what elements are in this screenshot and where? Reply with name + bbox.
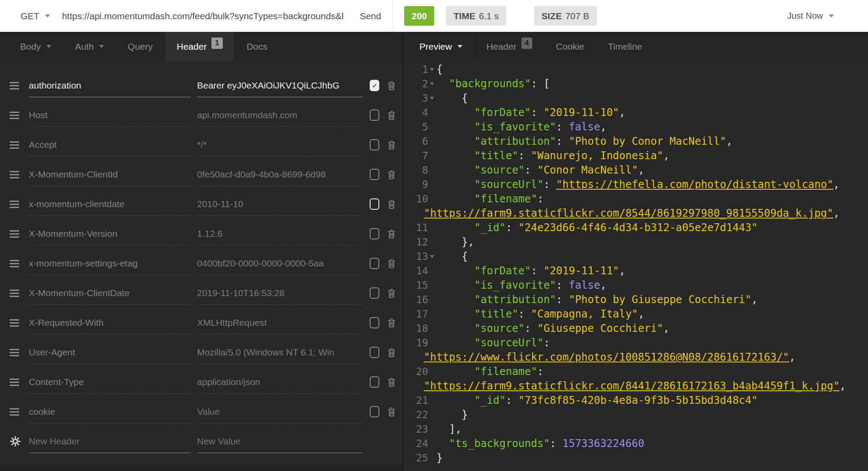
delete-header-button[interactable]: [386, 169, 397, 180]
fold-toggle-icon[interactable]: [430, 97, 434, 100]
delete-header-button[interactable]: [386, 347, 397, 358]
new-header-row: New HeaderNew Value: [0, 427, 402, 456]
gutter: [428, 221, 436, 235]
drag-handle-icon[interactable]: [10, 112, 21, 119]
url-input[interactable]: https://api.momentumdash.com/feed/bulk?s…: [62, 11, 347, 21]
header-enabled-checkbox[interactable]: [370, 258, 379, 269]
fold-toggle-icon[interactable]: [430, 255, 434, 258]
drag-handle-icon[interactable]: [10, 201, 21, 208]
tab-preview[interactable]: Preview: [408, 32, 475, 61]
delete-header-button[interactable]: [386, 287, 397, 299]
delete-header-button[interactable]: [386, 228, 397, 239]
header-key-field[interactable]: Accept: [29, 133, 191, 157]
json-punct: ,: [600, 121, 606, 133]
header-value-field[interactable]: 0fe50acf-d0a9-4b0a-8699-6d98: [197, 163, 363, 186]
gear-icon[interactable]: [10, 436, 21, 447]
json-punct: :: [531, 106, 544, 119]
header-key-field[interactable]: X-Requested-With: [29, 311, 191, 334]
header-value-field[interactable]: XMLHttpRequest: [197, 311, 363, 334]
tab-docs[interactable]: Docs: [235, 32, 279, 61]
header-enabled-checkbox[interactable]: [370, 317, 379, 328]
drag-handle-icon[interactable]: [10, 230, 21, 238]
delete-header-button[interactable]: [386, 376, 397, 388]
json-link[interactable]: "https://www.flickr.com/photos/100851286…: [424, 351, 789, 363]
header-value-field[interactable]: Value: [197, 400, 363, 423]
header-key-field[interactable]: cookie: [29, 400, 191, 423]
header-value-field[interactable]: 2019-11-10T16:53:28: [197, 281, 363, 305]
send-button[interactable]: Send: [360, 11, 381, 21]
header-settings-button[interactable]: [10, 436, 21, 447]
tab-timeline[interactable]: Timeline: [596, 32, 654, 61]
new-header-key-input[interactable]: New Header: [29, 430, 191, 453]
delete-header-button[interactable]: [386, 139, 397, 150]
drag-handle-icon[interactable]: [10, 171, 21, 178]
new-header-value-input[interactable]: New Value: [197, 430, 363, 453]
header-key-field[interactable]: User-Agent: [29, 341, 191, 364]
header-key-field[interactable]: x-momentum-clientdate: [29, 192, 191, 216]
header-value-field[interactable]: Bearer eyJ0eXAiOiJKV1QiLCJhbG: [197, 74, 363, 97]
header-enabled-checkbox[interactable]: [370, 376, 379, 388]
drag-handle-icon[interactable]: [10, 260, 21, 267]
json-link[interactable]: "https://thefella.com/photo/distant-volc…: [556, 178, 834, 191]
method-selector[interactable]: GET: [20, 11, 50, 21]
header-enabled-checkbox[interactable]: [370, 287, 379, 299]
delete-header-button[interactable]: [386, 406, 397, 417]
fold-toggle-icon[interactable]: [430, 82, 434, 85]
drag-handle-icon[interactable]: [10, 141, 21, 149]
header-key-field[interactable]: authorization: [29, 74, 191, 97]
drag-handle-icon[interactable]: [10, 379, 21, 386]
header-value-field[interactable]: api.momentumdash.com: [197, 103, 363, 127]
header-enabled-checkbox[interactable]: [370, 347, 379, 358]
json-string: "Campagna, Italy": [531, 308, 638, 320]
header-enabled-checkbox[interactable]: [370, 406, 379, 417]
delete-header-button[interactable]: [386, 80, 397, 91]
json-line: 11 "_id": "24e23d66-4f46-4d34-b312-a05e2…: [403, 221, 868, 235]
json-link[interactable]: "https://farm9.staticflickr.com/8544/861…: [424, 207, 833, 219]
json-line: 5 "is_favorite": false,: [403, 120, 868, 134]
drag-handle-icon[interactable]: [10, 290, 21, 297]
tab-body[interactable]: Body: [8, 32, 63, 61]
delete-header-button[interactable]: [386, 258, 397, 269]
header-value-field[interactable]: */*: [197, 133, 363, 157]
header-enabled-checkbox[interactable]: [370, 139, 379, 150]
drag-handle-icon[interactable]: [10, 82, 21, 89]
json-code: "is_favorite": false,: [436, 278, 606, 293]
header-value-field[interactable]: Mozilla/5.0 (Windows NT 6.1; Win: [197, 341, 363, 364]
drag-handle-icon[interactable]: [10, 408, 21, 416]
header-enabled-checkbox[interactable]: [370, 198, 379, 210]
header-key-field[interactable]: Content-Type: [29, 370, 191, 394]
header-key-field[interactable]: X-Momentum-ClientDate: [29, 281, 191, 305]
header-enabled-checkbox[interactable]: [370, 228, 379, 239]
json-code: "ts_backgrounds": 1573363224660: [436, 437, 644, 451]
history-selector[interactable]: Just Now: [787, 11, 834, 21]
header-enabled-checkbox[interactable]: [370, 80, 379, 91]
json-punct: }: [436, 409, 468, 421]
tab-cookie[interactable]: Cookie: [544, 32, 596, 61]
header-enabled-checkbox[interactable]: [370, 169, 379, 180]
drag-handle-icon[interactable]: [10, 319, 21, 327]
delete-header-button[interactable]: [386, 317, 397, 328]
delete-header-button[interactable]: [386, 109, 397, 121]
header-value-field[interactable]: 2010-11-10: [197, 192, 363, 216]
delete-header-button[interactable]: [386, 198, 397, 210]
fold-toggle-icon[interactable]: [430, 68, 434, 71]
header-value-field[interactable]: 0400bf20-0000-0000-0000-5aa: [197, 252, 363, 275]
header-value-field[interactable]: 1.12.6: [197, 222, 363, 246]
tab-header[interactable]: Header4: [475, 32, 544, 61]
drag-handle-icon[interactable]: [10, 349, 21, 356]
header-value-field[interactable]: application/json: [197, 370, 363, 394]
gutter: [428, 106, 436, 120]
json-punct: ,: [663, 322, 669, 334]
gutter: [428, 149, 436, 163]
header-enabled-checkbox[interactable]: [370, 109, 379, 121]
tab-header[interactable]: Header1: [164, 32, 235, 61]
tab-auth[interactable]: Auth: [63, 32, 116, 61]
json-key: "source": [474, 322, 525, 334]
header-key-field[interactable]: X-Momentum-Version: [29, 222, 191, 246]
json-link[interactable]: "https://farm9.staticflickr.com/8441/286…: [424, 380, 840, 392]
json-punct: ,: [600, 279, 606, 291]
header-key-field[interactable]: x-momentum-settings-etag: [29, 252, 191, 275]
header-key-field[interactable]: X-Momentum-ClientId: [29, 163, 191, 186]
header-key-field[interactable]: Host: [29, 103, 191, 127]
tab-query[interactable]: Query: [116, 32, 164, 61]
